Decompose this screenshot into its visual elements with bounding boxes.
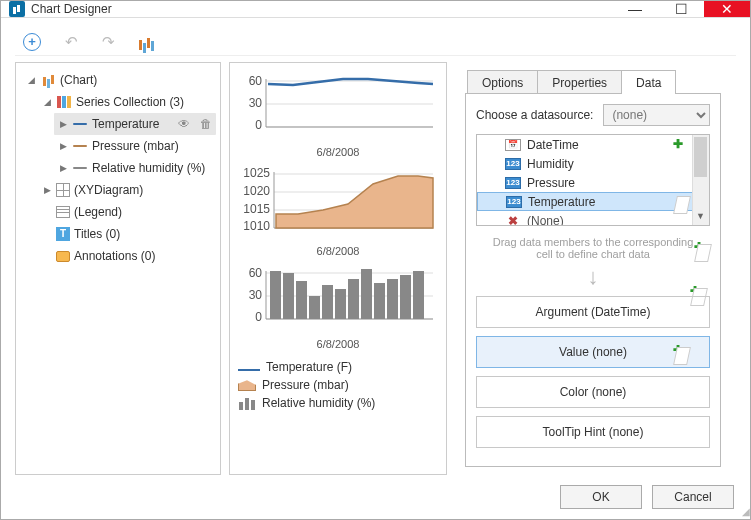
data-member-pressure[interactable]: 123Pressure: [477, 173, 709, 192]
tree-node-chart[interactable]: ◢(Chart): [22, 69, 216, 91]
properties-panel: Options Properties Data Choose a datasou…: [455, 62, 731, 475]
scroll-thumb[interactable]: [694, 137, 707, 177]
calendar-icon: 📅: [505, 139, 521, 151]
slot-color[interactable]: Color (none): [476, 376, 710, 408]
svg-rect-31: [322, 285, 333, 319]
svg-rect-38: [413, 271, 424, 319]
line-icon: [72, 160, 88, 176]
window-title: Chart Designer: [31, 2, 612, 16]
grid-icon: [56, 183, 70, 197]
app-icon: [9, 1, 25, 17]
slot-argument[interactable]: Argument (DateTime): [476, 296, 710, 328]
add-plus-icon: ✚: [694, 240, 704, 254]
svg-text:30: 30: [249, 96, 263, 110]
chart-icon: [40, 72, 56, 88]
svg-text:1025: 1025: [243, 166, 270, 180]
svg-text:30: 30: [249, 288, 263, 302]
datasource-label: Choose a datasource:: [476, 108, 593, 122]
svg-rect-36: [387, 279, 398, 319]
svg-rect-34: [361, 269, 372, 319]
toolbar: + ↶ ↷: [15, 28, 736, 56]
drag-hint: Drag data members to the corresponding c…: [488, 236, 698, 260]
preview-panel: 60300 6/8/2008 1025102010151010 6/8/2008: [229, 62, 447, 475]
scroll-down-icon[interactable]: ▼: [692, 208, 709, 225]
tree-node-humidity[interactable]: ▶Relative humidity (%): [54, 157, 216, 179]
legend-line-icon: [238, 369, 260, 371]
arrow-down-icon: ↓: [476, 264, 710, 290]
preview-legend: Temperature (F) Pressure (mbar) Relative…: [238, 360, 438, 410]
slot-tooltip[interactable]: ToolTip Hint (none): [476, 416, 710, 448]
slot-value[interactable]: Value (none)✚: [476, 336, 710, 368]
ok-button[interactable]: OK: [560, 485, 642, 509]
annotation-icon: [56, 251, 70, 262]
data-members-list[interactable]: 📅DateTime 123Humidity 123Pressure 123Tem…: [476, 134, 710, 226]
svg-text:0: 0: [255, 310, 262, 324]
numeric-icon: 123: [505, 177, 521, 189]
preview-bar-chart: 60300: [238, 263, 438, 336]
legend-area-icon: [238, 379, 256, 391]
maximize-button[interactable]: ☐: [658, 1, 704, 17]
svg-rect-30: [309, 296, 320, 319]
tree-panel: ◢(Chart) ◢Series Collection (3) ▶Tempera…: [15, 62, 221, 475]
delete-x-icon: ✖: [505, 215, 521, 227]
undo-button[interactable]: ↶: [65, 33, 78, 51]
add-plus-icon: ✚: [673, 137, 683, 151]
add-plus-icon: ✚: [673, 343, 683, 357]
svg-text:0: 0: [255, 118, 262, 132]
series-icon: [56, 94, 72, 110]
data-member-temperature[interactable]: 123Temperature✚: [477, 192, 709, 211]
close-button[interactable]: ✕: [704, 1, 750, 17]
title-bar: Chart Designer — ☐ ✕: [1, 1, 750, 18]
tab-options[interactable]: Options: [467, 70, 538, 94]
minimize-button[interactable]: —: [612, 1, 658, 17]
scrollbar[interactable]: ▲▼: [692, 135, 709, 225]
svg-text:1010: 1010: [243, 219, 270, 233]
tree-node-temperature[interactable]: ▶Temperature👁🗑: [54, 113, 216, 135]
preview-xlabel: 6/8/2008: [238, 338, 438, 350]
svg-rect-29: [296, 281, 307, 319]
tab-data[interactable]: Data: [621, 70, 676, 94]
svg-rect-28: [283, 273, 294, 319]
tab-properties[interactable]: Properties: [537, 70, 622, 94]
redo-button[interactable]: ↷: [102, 33, 115, 51]
svg-rect-35: [374, 283, 385, 319]
preview-xlabel: 6/8/2008: [238, 245, 438, 257]
preview-line-chart: 60300: [238, 71, 438, 144]
legend-icon: [56, 206, 70, 218]
resize-grip[interactable]: ◢: [742, 506, 748, 517]
svg-text:60: 60: [249, 266, 263, 280]
svg-rect-37: [400, 275, 411, 319]
svg-text:1020: 1020: [243, 184, 270, 198]
svg-text:60: 60: [249, 74, 263, 88]
svg-rect-33: [348, 279, 359, 319]
datasource-select[interactable]: (none): [603, 104, 710, 126]
visibility-icon[interactable]: 👁: [178, 117, 190, 131]
numeric-icon: 123: [506, 196, 522, 208]
title-icon: T: [56, 227, 70, 241]
cancel-button[interactable]: Cancel: [652, 485, 734, 509]
svg-rect-32: [335, 289, 346, 319]
delete-icon[interactable]: 🗑: [200, 117, 212, 131]
preview-area-chart: 1025102010151010: [238, 164, 438, 243]
tree-node-series-collection[interactable]: ◢Series Collection (3): [38, 91, 216, 113]
svg-rect-27: [270, 271, 281, 319]
preview-xlabel: 6/8/2008: [238, 146, 438, 158]
add-series-button[interactable]: +: [23, 33, 41, 51]
svg-marker-18: [276, 176, 433, 228]
data-member-humidity[interactable]: 123Humidity: [477, 154, 709, 173]
legend-bar-icon: [238, 396, 256, 410]
tree-node-legend[interactable]: (Legend): [38, 201, 216, 223]
tree-node-annotations[interactable]: Annotations (0): [38, 245, 216, 267]
tab-bar: Options Properties Data: [467, 70, 721, 94]
svg-text:1015: 1015: [243, 202, 270, 216]
tree-node-xydiagram[interactable]: ▶(XYDiagram): [38, 179, 216, 201]
tree-node-titles[interactable]: TTitles (0): [38, 223, 216, 245]
line-icon: [72, 138, 88, 154]
line-icon: [72, 116, 88, 132]
numeric-icon: 123: [505, 158, 521, 170]
data-member-none[interactable]: ✖(None): [477, 211, 709, 226]
chart-type-button[interactable]: [139, 34, 159, 50]
tree-node-pressure[interactable]: ▶Pressure (mbar): [54, 135, 216, 157]
